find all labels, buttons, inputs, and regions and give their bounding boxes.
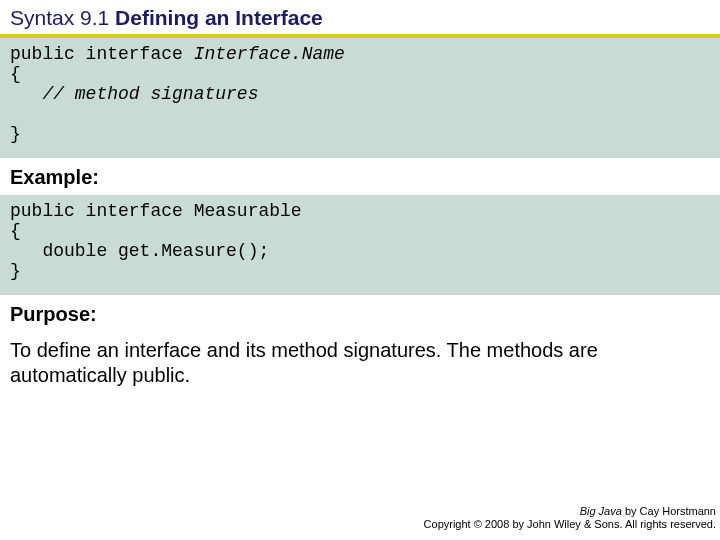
title-text: Syntax 9.1 Defining an Interface	[10, 6, 323, 29]
example-heading: Example:	[0, 158, 720, 195]
code-block-example: public interface Measurable { double get…	[0, 195, 720, 295]
code-line: public interface Measurable	[10, 201, 302, 221]
code-line: {	[10, 64, 21, 84]
slide-title: Syntax 9.1 Defining an Interface	[0, 6, 720, 34]
code-line-italic: // method signatures	[42, 84, 258, 104]
footer: Big Java by Cay Horstmann Copyright © 20…	[424, 505, 716, 533]
code-block-syntax: public interface Interface.Name { // met…	[0, 38, 720, 158]
title-prefix: Syntax 9.1	[10, 6, 115, 29]
code-line: }	[10, 261, 21, 281]
footer-author: by Cay Horstmann	[622, 505, 716, 517]
code-line: public interface	[10, 44, 194, 64]
code-line	[10, 84, 42, 104]
code-line: {	[10, 221, 21, 241]
purpose-text: To define an interface and its method si…	[0, 332, 720, 388]
footer-line2: Copyright © 2008 by John Wiley & Sons. A…	[424, 518, 716, 532]
code-line: double get.Measure();	[10, 241, 269, 261]
purpose-heading: Purpose:	[0, 295, 720, 332]
code-line: }	[10, 124, 21, 144]
slide: Syntax 9.1 Defining an Interface public …	[0, 0, 720, 388]
title-main: Defining an Interface	[115, 6, 323, 29]
footer-line1: Big Java by Cay Horstmann	[424, 505, 716, 519]
code-line-italic: Interface.Name	[194, 44, 345, 64]
book-title: Big Java	[580, 505, 622, 517]
